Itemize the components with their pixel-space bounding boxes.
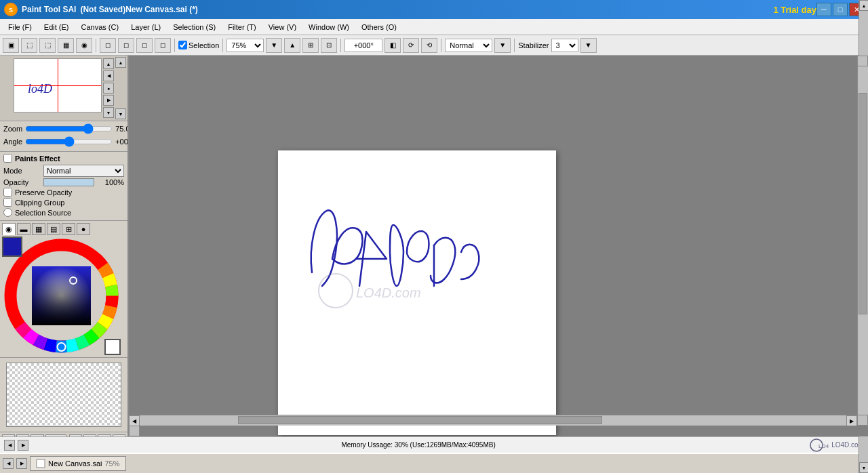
menu-view[interactable]: View (V): [263, 22, 302, 33]
paints-effect-header: Paints Effect: [3, 154, 124, 163]
canvas-taskbar-name: New Canvas.sai: [48, 459, 102, 468]
blend-mode-btn[interactable]: ▼: [494, 38, 511, 53]
angle-btn-3[interactable]: ⟲: [421, 38, 437, 53]
color-tab-wheel[interactable]: ◉: [2, 223, 16, 235]
nav-scroll-up[interactable]: ▲: [115, 57, 126, 68]
toolbar: ▣ ⬚ ⬚ ▦ ◉ ◻ ◻ ◻ ◻ Selection 75% 50% 100%…: [0, 35, 868, 56]
nav-canvas: lo4D: [14, 58, 102, 112]
color-tab-custom[interactable]: ●: [77, 223, 90, 235]
canvas-hscrollbar: ◀ ▶: [129, 415, 857, 426]
layer-preview-section: ▲ ▼: [0, 358, 127, 432]
menu-filter[interactable]: Filter (T): [222, 22, 262, 33]
bg-color-swatch[interactable]: [104, 339, 121, 355]
zoom-up-btn[interactable]: ▲: [284, 38, 300, 53]
toolbar-btn-5[interactable]: ◉: [76, 38, 92, 53]
nav-right-btn[interactable]: ▶: [103, 95, 114, 106]
toolbar-btn-9[interactable]: ◻: [155, 38, 171, 53]
nav-up-btn[interactable]: ▲: [103, 58, 114, 69]
toolbar-btn-3[interactable]: ⬚: [39, 38, 56, 53]
canvas-corner-bl: [129, 426, 140, 436]
vscroll-thumb[interactable]: [859, 93, 867, 315]
toolbar-btn-6[interactable]: ◻: [100, 38, 116, 53]
angle-btn-1[interactable]: ◧: [384, 38, 401, 53]
blend-mode-select[interactable]: Normal: [445, 39, 492, 52]
drawing-canvas[interactable]: LO4D.com: [278, 150, 556, 435]
toolbar-btn-8[interactable]: ◻: [136, 38, 153, 53]
selection-source-row: Selection Source: [3, 208, 124, 217]
opacity-value: 100%: [97, 178, 124, 186]
opacity-fill: [44, 179, 94, 186]
angle-value: +0000: [115, 138, 129, 146]
menu-window[interactable]: Window (W): [303, 22, 355, 33]
angle-slider[interactable]: [25, 138, 113, 145]
hscroll-track: [129, 415, 857, 426]
angle-label: Angle: [3, 138, 22, 146]
toolbar-btn-1[interactable]: ▣: [3, 38, 19, 53]
title-controls: ─ □ ✕: [816, 3, 864, 16]
color-section: ◉ ▬ ▦ ▤ ⊞ ●: [0, 221, 127, 358]
canvas-vscrollbar: ▲ ▼: [857, 56, 868, 426]
color-tab-sv[interactable]: ▦: [32, 223, 45, 235]
maximize-button[interactable]: □: [833, 3, 848, 16]
stabilizer-select[interactable]: 3: [551, 39, 578, 52]
preserve-opacity-check[interactable]: [3, 188, 12, 197]
nav-scroll-down[interactable]: ▼: [115, 108, 126, 119]
menu-layer[interactable]: Layer (L): [125, 22, 166, 33]
menu-file[interactable]: File (F): [3, 22, 37, 33]
status-scroll-left[interactable]: ◀: [4, 440, 15, 451]
taskbar: ◀ ▶ New Canvas.sai 75%: [0, 453, 868, 473]
memory-status: Memory Ussage: 30% (Use:1269MB/Max:4095M…: [341, 441, 495, 449]
angle-btn-2[interactable]: ⟳: [403, 38, 419, 53]
mode-select[interactable]: Normal: [43, 165, 124, 177]
hscroll-thumb[interactable]: [238, 416, 602, 424]
color-tab-palette[interactable]: ⊞: [62, 223, 75, 235]
menu-others[interactable]: Others (O): [356, 22, 402, 33]
status-scroll-right[interactable]: ▶: [18, 440, 28, 451]
status-logo: LO4D LO4D.com: [808, 438, 864, 452]
opacity-row: Opacity 100%: [3, 178, 124, 186]
toolbar-btn-4[interactable]: ▦: [58, 38, 74, 53]
menu-canvas[interactable]: Canvas (C): [76, 22, 125, 33]
menu-edit[interactable]: Edit (E): [39, 22, 75, 33]
stabilizer-label: Stabilizer: [518, 41, 549, 49]
zoom-reset-btn[interactable]: ⊡: [321, 38, 337, 53]
menu-selection[interactable]: Selection (S): [167, 22, 221, 33]
nav-down-btn[interactable]: ▼: [103, 107, 114, 118]
clipping-group-row: Clipping Group: [3, 198, 124, 207]
canvas-area: LO4D.com ▲ ▼ ◀ ▶: [129, 56, 868, 436]
nav-left-btn[interactable]: ◀: [103, 70, 114, 81]
mode-label: Mode: [3, 167, 41, 175]
color-tab-rgb[interactable]: ▤: [47, 223, 60, 235]
hscroll-right-btn[interactable]: ▶: [846, 415, 857, 426]
zoom-angle-section: Zoom 75.0% - + R F Angle +0000 ⟲ ↕ ↔ ↕: [0, 121, 127, 152]
nav-center-btn[interactable]: ●: [103, 83, 114, 94]
paints-effect-checkbox[interactable]: [3, 154, 12, 163]
toolbar-btn-7[interactable]: ◻: [118, 38, 134, 53]
toolbar-btn-2[interactable]: ⬚: [21, 38, 37, 53]
canvas-taskbar-zoom: 75%: [104, 459, 119, 468]
selection-checkbox[interactable]: [178, 41, 187, 49]
nav-controls: ▲ ◀ ● ▶ ▼: [103, 58, 114, 118]
angle-input[interactable]: [344, 39, 382, 52]
menu-bar: File (F) Edit (E) Canvas (C) Layer (L) S…: [0, 19, 868, 35]
color-tabs: ◉ ▬ ▦ ▤ ⊞ ●: [2, 223, 125, 235]
selection-source-radio[interactable]: [3, 208, 12, 217]
taskbar-left-btn[interactable]: ◀: [3, 458, 14, 469]
color-tab-h[interactable]: ▬: [17, 223, 31, 235]
paints-effect-label: Paints Effect: [15, 155, 60, 163]
status-logo-icon: LO4D: [808, 438, 829, 452]
fg-color-swatch[interactable]: [2, 236, 22, 257]
minimize-button[interactable]: ─: [816, 3, 831, 16]
zoom-slider[interactable]: [25, 125, 113, 132]
nav-v-line: [58, 59, 58, 112]
svg-text:S: S: [9, 7, 13, 14]
zoom-fit-btn[interactable]: ⊞: [302, 38, 319, 53]
stabilizer-btn[interactable]: ▼: [580, 38, 597, 53]
clipping-group-label: Clipping Group: [15, 199, 64, 207]
clipping-group-check[interactable]: [3, 198, 12, 207]
taskbar-right-btn[interactable]: ▶: [16, 458, 27, 469]
zoom-select[interactable]: 75% 50% 100%: [226, 39, 264, 52]
canvas-taskbar-btn[interactable]: New Canvas.sai 75%: [30, 456, 126, 471]
zoom-down-btn[interactable]: ▼: [266, 38, 282, 53]
paints-effect-section: Paints Effect Mode Normal Opacity 100%: [0, 152, 127, 221]
